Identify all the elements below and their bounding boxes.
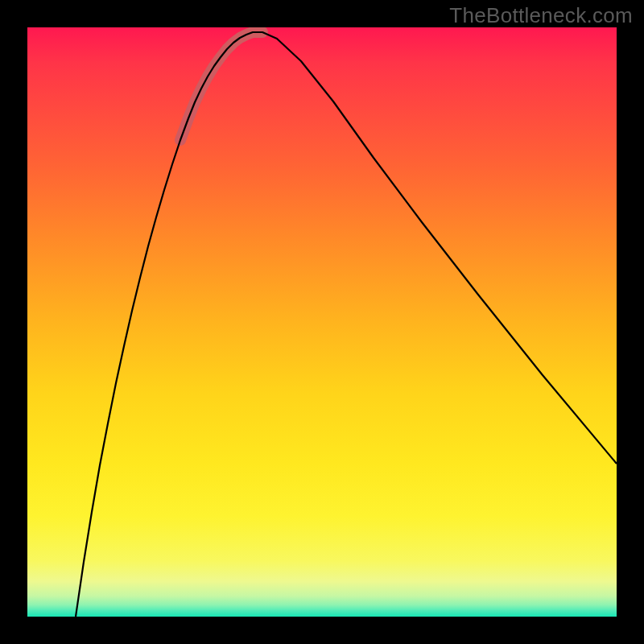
- highlight-segment: [180, 32, 262, 140]
- chart-container: TheBottleneck.com: [0, 0, 644, 644]
- curve-layer: [27, 27, 617, 617]
- main-curve: [76, 32, 617, 617]
- plot-area: [27, 27, 617, 617]
- attribution-text: TheBottleneck.com: [449, 3, 633, 28]
